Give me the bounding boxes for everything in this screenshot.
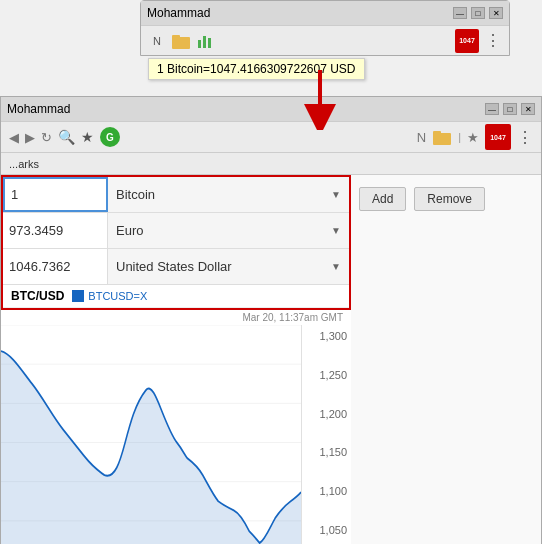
forward-button[interactable]: ▶ (25, 130, 35, 145)
chart-svg (1, 325, 301, 544)
top-browser-title: Mohammad (147, 6, 210, 20)
svg-rect-2 (198, 40, 201, 48)
right-panel: Add Remove (351, 175, 541, 544)
main-maximize-button[interactable]: □ (503, 103, 517, 115)
usd-label: United States Dollar (116, 259, 232, 274)
ticker-color-block (72, 290, 84, 302)
main-close-button[interactable]: ✕ (521, 103, 535, 115)
menu-button-top[interactable]: ⋮ (483, 31, 503, 51)
converter-row-2: Euro ▼ (3, 213, 349, 249)
maximize-button[interactable]: □ (471, 7, 485, 19)
svg-rect-8 (433, 131, 441, 135)
svg-rect-4 (208, 38, 211, 48)
bitcoin-dropdown-arrow: ▼ (331, 189, 341, 200)
bookmark-star-icon[interactable]: ★ (81, 129, 94, 145)
bitcoin-label: Bitcoin (116, 187, 155, 202)
action-buttons: Add Remove (359, 187, 533, 211)
remove-button[interactable]: Remove (414, 187, 485, 211)
btcusd-ticker: BTCUSD=X (72, 290, 147, 302)
y-label-1300: 1,300 (306, 330, 347, 342)
euro-select[interactable]: Euro ▼ (108, 213, 349, 248)
arrow-indicator (300, 70, 340, 130)
svg-rect-1 (172, 35, 180, 39)
menu-button-main[interactable]: ⋮ (517, 128, 533, 147)
nav-n-icon: N (147, 31, 167, 51)
top-window-controls: — □ ✕ (453, 7, 503, 19)
close-button[interactable]: ✕ (489, 7, 503, 19)
usd-select[interactable]: United States Dollar ▼ (108, 249, 349, 284)
usd-input[interactable] (3, 249, 108, 284)
chart-y-axis: 1,300 1,250 1,200 1,150 1,100 1,050 1,00… (301, 325, 351, 544)
app-icon[interactable]: G (100, 127, 120, 147)
main-title: Mohammad (7, 102, 70, 116)
y-label-1150: 1,150 (306, 446, 347, 458)
left-panel: Bitcoin ▼ Euro ▼ United States D (1, 175, 351, 544)
converter-row-3: United States Dollar ▼ (3, 249, 349, 285)
bitcoin-input[interactable] (3, 177, 108, 212)
chart-timestamp: Mar 20, 11:37am GMT (242, 312, 343, 323)
btcusd-info-row: BTC/USD BTCUSD=X (3, 285, 349, 308)
search-icon[interactable]: 🔍 (58, 129, 75, 145)
btcusd-label: BTC/USD (11, 289, 64, 303)
add-button[interactable]: Add (359, 187, 406, 211)
folder-icon (171, 31, 191, 51)
main-minimize-button[interactable]: — (485, 103, 499, 115)
content-area: Bitcoin ▼ Euro ▼ United States D (1, 175, 541, 544)
ticker-name: BTCUSD=X (88, 290, 147, 302)
main-window-controls: — □ ✕ (485, 103, 535, 115)
main-browser-window: Mohammad — □ ✕ ◀ ▶ ↻ 🔍 ★ G N | ★ 1047 ⋮ … (0, 96, 542, 544)
svg-rect-3 (203, 36, 206, 48)
y-label-1100: 1,100 (306, 485, 347, 497)
main-toolbar: ◀ ▶ ↻ 🔍 ★ G N | ★ 1047 ⋮ (1, 121, 541, 153)
minimize-button[interactable]: — (453, 7, 467, 19)
currency-badge-main[interactable]: 1047 (485, 124, 511, 150)
chart-wrapper: Mar 20, 11:37am GMT (1, 310, 351, 544)
bookmarks-bar: ...arks (1, 153, 541, 175)
chart-container: 1,300 1,250 1,200 1,150 1,100 1,050 1,00… (1, 325, 351, 544)
folder-icon-main (432, 127, 452, 147)
euro-input[interactable] (3, 213, 108, 248)
top-browser-window: Mohammad — □ ✕ N 1047 ⋮ (140, 0, 510, 56)
euro-label: Euro (116, 223, 143, 238)
barchart-icon (195, 31, 215, 51)
converter-panel: Bitcoin ▼ Euro ▼ United States D (1, 175, 351, 310)
main-titlebar: Mohammad — □ ✕ (1, 97, 541, 121)
star-toolbar-icon[interactable]: ★ (467, 130, 479, 145)
usd-dropdown-arrow: ▼ (331, 261, 341, 272)
top-titlebar: Mohammad — □ ✕ (141, 1, 509, 25)
y-label-1200: 1,200 (306, 408, 347, 420)
back-button[interactable]: ◀ (9, 130, 19, 145)
nav-n-icon-main: N (417, 130, 426, 145)
bookmarks-text: ...arks (9, 158, 39, 170)
currency-badge-top[interactable]: 1047 (455, 29, 479, 53)
chart-header: Mar 20, 11:37am GMT (1, 310, 351, 325)
separator: | (458, 131, 461, 143)
converter-row-1: Bitcoin ▼ (3, 177, 349, 213)
y-label-1050: 1,050 (306, 524, 347, 536)
y-label-1250: 1,250 (306, 369, 347, 381)
euro-dropdown-arrow: ▼ (331, 225, 341, 236)
bitcoin-select[interactable]: Bitcoin ▼ (108, 177, 349, 212)
top-toolbar: N 1047 ⋮ (141, 25, 509, 55)
refresh-button[interactable]: ↻ (41, 130, 52, 145)
